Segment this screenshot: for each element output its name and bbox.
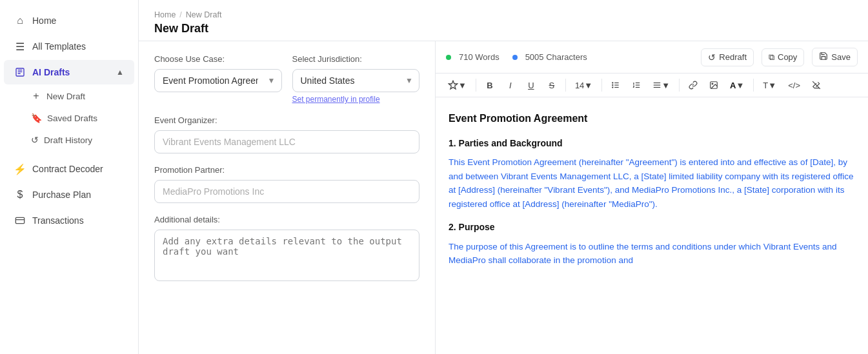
svg-point-8 [612, 84, 613, 85]
font-size-value: 14 [575, 81, 584, 90]
svg-point-17 [712, 83, 713, 84]
section2-text: The purpose of this Agreement is to outl… [449, 240, 855, 268]
editor-content[interactable]: Event Promotion Agreement 1. Parties and… [436, 97, 868, 354]
fmt-sep-4 [679, 79, 680, 92]
copy-label: Copy [778, 52, 797, 62]
sidebar-home-label: Home [32, 15, 56, 26]
sidebar-templates-label: All Templates [32, 41, 86, 52]
breadcrumb: Home / New Draft [154, 10, 853, 19]
jurisdiction-select[interactable]: United States [292, 69, 420, 92]
use-case-select[interactable]: Event Promotion Agreement [154, 69, 282, 92]
jurisdiction-label: Select Jurisdiction: [292, 54, 420, 64]
purchase-plan-label: Purchase Plan [32, 190, 91, 200]
unordered-list-button[interactable] [607, 78, 625, 92]
breadcrumb-area: Home / New Draft New Draft [139, 0, 868, 41]
sidebar-item-saved-drafts[interactable]: 🔖 Saved Drafts [4, 108, 134, 128]
ai-format-button[interactable]: ▼ [443, 77, 471, 93]
jurisdiction-select-wrapper: United States ▼ [292, 69, 420, 92]
draft-history-label: Draft History [44, 135, 92, 145]
save-icon [819, 52, 828, 63]
saved-drafts-label: Saved Drafts [47, 113, 97, 123]
svg-rect-1 [15, 217, 24, 223]
history-icon: ↺ [31, 135, 39, 145]
link-button[interactable] [684, 78, 702, 92]
sidebar-item-new-draft[interactable]: + New Draft [4, 86, 134, 106]
use-case-row: Choose Use Case: Event Promotion Agreeme… [154, 54, 282, 104]
breadcrumb-home[interactable]: Home [154, 10, 176, 19]
sidebar-item-transactions[interactable]: Transactions [4, 208, 134, 233]
strikethrough-button[interactable]: S [543, 78, 561, 93]
page-title: New Draft [154, 22, 853, 35]
sidebar-item-home[interactable]: ⌂ Home [4, 8, 134, 33]
additional-label: Additional details: [154, 215, 419, 224]
chevron-up-icon: ▲ [116, 68, 124, 77]
transactions-label: Transactions [32, 215, 84, 226]
contract-decoder-label: Contract Decoder [32, 164, 103, 174]
redraft-button[interactable]: ↺ Redraft [701, 48, 754, 66]
paragraph-style-button[interactable]: T▼ [758, 78, 781, 93]
italic-button[interactable]: I [501, 78, 520, 93]
home-icon: ⌂ [14, 15, 26, 26]
save-button[interactable]: Save [812, 48, 858, 66]
bookmark-icon: 🔖 [31, 113, 42, 123]
section2-heading: 2. Purpose [449, 220, 855, 234]
svg-marker-3 [449, 81, 457, 89]
jurisdiction-row: Select Jurisdiction: United States ▼ Set… [292, 54, 420, 104]
main-content: Home / New Draft New Draft Choose Use Ca… [139, 0, 868, 354]
list-icon: ☰ [14, 41, 26, 52]
editor-toolbar-top: 710 Words 5005 Characters ↺ Redraft ⧉ Co… [436, 41, 868, 74]
partner-input[interactable] [154, 180, 419, 203]
partner-label: Promotion Partner: [154, 165, 419, 175]
redraft-icon: ↺ [708, 52, 716, 63]
svg-point-7 [612, 83, 613, 83]
new-draft-label: New Draft [46, 92, 85, 101]
document-icon [14, 66, 26, 78]
ai-drafts-label: AI Drafts [32, 67, 70, 77]
use-case-jurisdiction-row: Choose Use Case: Event Promotion Agreeme… [154, 54, 419, 115]
set-profile-link[interactable]: Set permanently in profile [292, 95, 420, 104]
font-size-button[interactable]: 14 ▼ [570, 78, 597, 93]
underline-button[interactable]: U [522, 78, 540, 93]
sidebar-item-purchase-plan[interactable]: $ Purchase Plan [4, 182, 134, 207]
card-icon [14, 215, 26, 226]
align-button[interactable]: ▼ [648, 78, 674, 93]
svg-point-9 [612, 87, 613, 88]
copy-icon: ⧉ [769, 52, 774, 63]
document-title: Event Promotion Agreement [449, 110, 855, 127]
char-count-dot [512, 55, 518, 60]
lightning-icon: ⚡ [14, 163, 26, 175]
dollar-icon: $ [14, 189, 26, 201]
breadcrumb-separator: / [179, 10, 181, 19]
format-toolbar: ▼ B I U S 14 ▼ ▼ [436, 74, 868, 97]
char-count: 5005 Characters [525, 52, 587, 62]
additional-details-input[interactable] [154, 230, 419, 281]
partner-row: Promotion Partner: [154, 165, 419, 203]
section1-heading: 1. Parties and Background [449, 136, 855, 150]
use-case-label: Choose Use Case: [154, 54, 282, 64]
redraft-label: Redraft [719, 52, 747, 62]
fmt-sep-2 [565, 79, 566, 92]
word-count-dot [446, 55, 451, 60]
content-area: Choose Use Case: Event Promotion Agreeme… [139, 41, 868, 354]
save-label: Save [831, 52, 851, 62]
ordered-list-button[interactable] [627, 78, 645, 92]
sidebar-item-ai-drafts[interactable]: AI Drafts ▲ [4, 60, 134, 84]
bold-button[interactable]: B [481, 78, 499, 93]
image-button[interactable] [705, 78, 723, 92]
font-color-button[interactable]: A▼ [725, 78, 749, 93]
sidebar-item-contract-decoder[interactable]: ⚡ Contract Decoder [4, 157, 134, 181]
sidebar-item-draft-history[interactable]: ↺ Draft History [4, 130, 134, 150]
section1-text: This Event Promotion Agreement (hereinaf… [449, 155, 855, 211]
sidebar-item-all-templates[interactable]: ☰ All Templates [4, 34, 134, 59]
plus-icon: + [31, 91, 41, 101]
breadcrumb-current: New Draft [186, 10, 222, 19]
fmt-sep-5 [753, 79, 754, 92]
clear-format-button[interactable] [807, 78, 825, 92]
fmt-sep-1 [476, 79, 476, 92]
form-panel: Choose Use Case: Event Promotion Agreeme… [139, 41, 436, 354]
organizer-input[interactable] [154, 130, 419, 153]
organizer-label: Event Organizer: [154, 115, 419, 125]
code-button[interactable]: </> [783, 78, 805, 93]
fmt-sep-3 [601, 79, 602, 92]
copy-button[interactable]: ⧉ Copy [762, 48, 804, 66]
